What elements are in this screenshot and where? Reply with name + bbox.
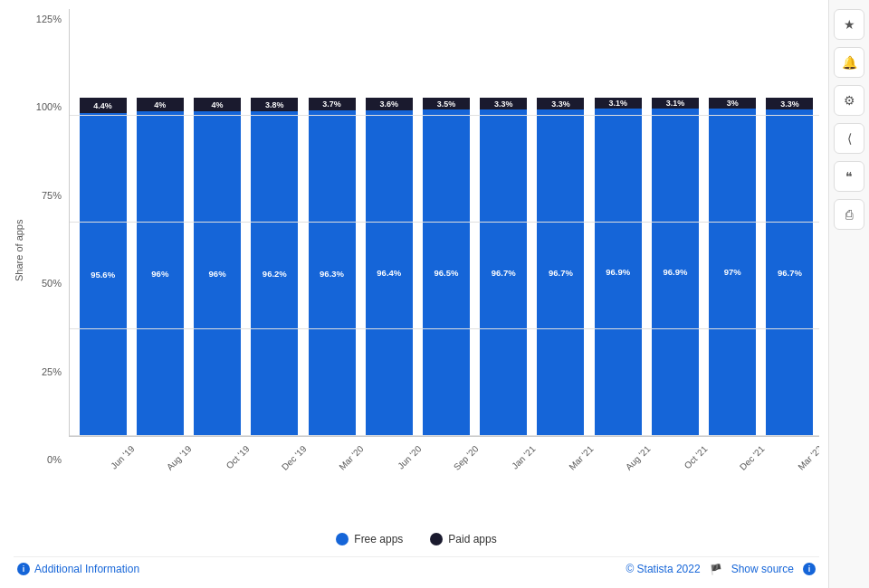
- x-axis-label: Aug '21: [607, 442, 679, 492]
- print-icon[interactable]: ⎙: [834, 199, 864, 230]
- bar-paid: 3.7%: [309, 98, 356, 110]
- x-axis-label: Oct '19: [205, 442, 277, 492]
- x-axis-label: Mar '21: [549, 442, 621, 492]
- legend-free-item: Free apps: [336, 533, 403, 545]
- x-labels: Jun '19Aug '19Oct '19Dec '19Mar '20Jun '…: [69, 442, 819, 492]
- legend-paid-item: Paid apps: [430, 533, 496, 545]
- bar-paid: 3.3%: [537, 98, 584, 109]
- additional-info-link[interactable]: i Additional Information: [17, 563, 139, 575]
- bar-free: 96.3%: [309, 110, 356, 436]
- y-axis: 125%100%75%50%25%0%: [28, 9, 69, 492]
- bars-container: 4.4%95.6%4%96%4%96%3.8%96.2%3.7%96.3%3.6…: [69, 9, 819, 437]
- x-axis-label: Jan '21: [492, 442, 564, 492]
- y-axis-tick: 75%: [42, 190, 62, 201]
- footer-right: © Statista 2022 🏴 Show source i: [625, 563, 816, 575]
- bar-paid: 3.5%: [423, 98, 470, 109]
- additional-info-label: Additional Information: [34, 563, 139, 575]
- bar-group: 3.3%96.7%: [764, 14, 816, 436]
- bar-group: 4%96%: [191, 14, 243, 436]
- x-axis-label: Sep '20: [435, 442, 507, 492]
- show-source-button[interactable]: Show source: [731, 563, 794, 575]
- bar-group: 3.3%96.7%: [478, 14, 530, 436]
- copyright-text: © Statista 2022: [625, 563, 700, 575]
- star-icon[interactable]: ★: [834, 9, 864, 40]
- flag-icon: 🏴: [710, 564, 722, 575]
- bar-free: 96.9%: [595, 109, 642, 436]
- quote-icon[interactable]: ❝: [834, 161, 864, 192]
- bar-free: 95.6%: [80, 113, 127, 436]
- footer: i Additional Information © Statista 2022…: [14, 556, 819, 579]
- bar-free: 96.7%: [537, 109, 584, 436]
- bar-paid: 3.3%: [480, 98, 527, 109]
- x-axis-label: Jun '19: [91, 442, 163, 492]
- chart-area: Share of apps 125%100%75%50%25%0% 4.4%95…: [14, 9, 819, 553]
- bar-paid: 4.4%: [80, 98, 127, 112]
- bar-group: 3.5%96.5%: [420, 14, 472, 436]
- bar-free: 96.9%: [652, 109, 699, 436]
- x-axis-label: Mar '20: [320, 442, 392, 492]
- bar-free: 96.5%: [423, 109, 470, 436]
- bar-paid: 4%: [194, 98, 241, 111]
- y-axis-tick: 100%: [36, 101, 62, 112]
- bar-group: 4.4%95.6%: [77, 14, 129, 436]
- bar-free: 96.7%: [480, 109, 527, 436]
- bar-group: 3.3%96.7%: [535, 14, 587, 436]
- bar-group: 3%97%: [707, 14, 759, 436]
- bar-paid: 3.1%: [595, 98, 642, 109]
- y-axis-tick: 50%: [42, 278, 62, 289]
- bar-group: 4%96%: [134, 14, 186, 436]
- bar-group: 3.1%96.9%: [649, 14, 701, 436]
- y-axis-label: Share of apps: [14, 9, 24, 492]
- legend-paid-label: Paid apps: [448, 533, 496, 545]
- bar-free: 96.4%: [366, 110, 413, 436]
- legend-free-label: Free apps: [354, 533, 403, 545]
- x-axis-label: Aug '19: [148, 442, 220, 492]
- bars-and-yaxis: 125%100%75%50%25%0% 4.4%95.6%4%96%4%96%3…: [28, 9, 819, 492]
- x-axis-label: Oct '21: [664, 442, 736, 492]
- bar-free: 96.2%: [251, 111, 298, 436]
- bar-paid: 3.3%: [766, 98, 813, 109]
- bar-paid: 4%: [137, 98, 184, 111]
- bar-group: 3.1%96.9%: [592, 14, 644, 436]
- bar-free: 96.7%: [766, 109, 813, 436]
- y-axis-tick: 125%: [36, 14, 62, 24]
- sidebar: ★🔔⚙⟨❝⎙: [828, 0, 869, 588]
- share-icon[interactable]: ⟨: [834, 123, 864, 154]
- bar-paid: 3.8%: [251, 98, 298, 110]
- x-axis-label: Jun '20: [377, 442, 449, 492]
- bar-free: 96%: [194, 111, 241, 436]
- bell-icon[interactable]: 🔔: [834, 47, 864, 78]
- legend: Free apps Paid apps: [14, 533, 819, 545]
- y-axis-tick: 25%: [42, 366, 62, 377]
- bar-group: 3.8%96.2%: [249, 14, 301, 436]
- x-axis-label: Dec '19: [263, 442, 335, 492]
- show-source-info-icon: i: [803, 563, 816, 575]
- info-icon: i: [17, 563, 30, 575]
- x-axis-label: Dec '21: [721, 442, 793, 492]
- y-axis-tick: 0%: [47, 454, 62, 465]
- bar-paid: 3%: [709, 98, 756, 108]
- legend-paid-dot: [430, 533, 443, 545]
- bar-paid: 3.6%: [366, 98, 413, 109]
- bar-paid: 3.1%: [652, 98, 699, 109]
- gear-icon[interactable]: ⚙: [834, 85, 864, 116]
- bar-free: 97%: [709, 109, 756, 436]
- legend-free-dot: [336, 533, 349, 545]
- bar-group: 3.7%96.3%: [306, 14, 358, 436]
- chart-row: Share of apps 125%100%75%50%25%0% 4.4%95…: [14, 9, 819, 492]
- bar-free: 96%: [137, 111, 184, 436]
- main-content: Share of apps 125%100%75%50%25%0% 4.4%95…: [0, 0, 828, 588]
- x-axis-label: Mar '22: [779, 442, 819, 492]
- bar-group: 3.6%96.4%: [363, 14, 415, 436]
